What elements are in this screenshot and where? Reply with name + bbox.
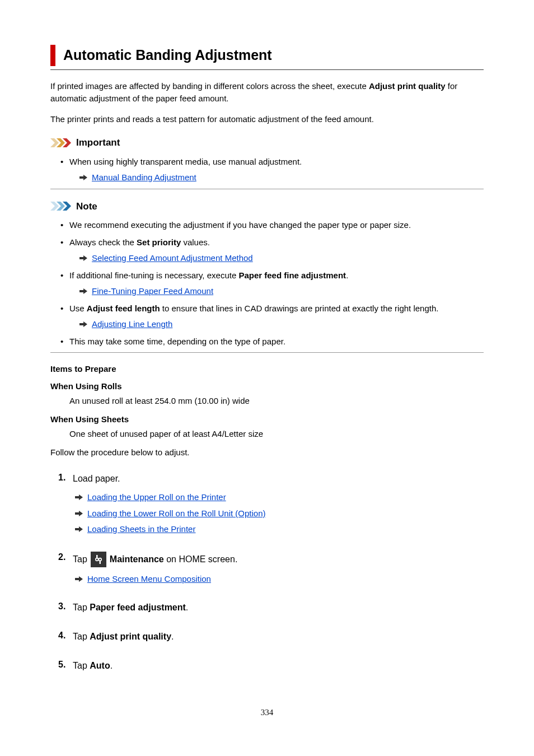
selecting-feed-amount-link[interactable]: Selecting Feed Amount Adjustment Method: [92, 252, 253, 265]
note-header: Note: [50, 199, 484, 214]
text: Tap: [73, 632, 90, 641]
arrow-icon: [79, 288, 87, 295]
text: If printed images are affected by bandin…: [50, 81, 369, 91]
arrow-icon: [79, 174, 87, 181]
step-2-links: Home Screen Menu Composition: [73, 573, 484, 586]
loading-lower-roll-link[interactable]: Loading the Lower Roll on the Roll Unit …: [87, 507, 266, 520]
note-item-4: Use Adjust feed length to ensure that li…: [60, 302, 484, 331]
text-bold: Paper feed adjustment: [90, 603, 186, 612]
svg-marker-3: [50, 202, 59, 211]
page-title: Automatic Banding Adjustment: [63, 45, 484, 66]
step-2-text: Tap Maintenance on HOME screen.: [73, 552, 484, 567]
loading-sheets-link[interactable]: Loading Sheets in the Printer: [87, 523, 195, 536]
step-number: 2.: [58, 550, 65, 564]
text: Tap: [73, 661, 90, 670]
note-item-1: We recommend executing the adjustment if…: [60, 219, 484, 232]
text-bold: Paper feed fine adjustment: [238, 270, 346, 280]
important-list: When using highly transparent media, use…: [60, 156, 484, 184]
title-rule: [50, 69, 484, 70]
note-callout: Note We recommend executing the adjustme…: [50, 199, 484, 353]
step-5-text: Tap Auto.: [73, 661, 113, 670]
text: .: [110, 661, 113, 670]
items-to-prepare-heading: Items to Prepare: [50, 363, 484, 376]
manual-banding-adjustment-link[interactable]: Manual Banding Adjustment: [92, 171, 196, 184]
note-label: Note: [76, 199, 97, 214]
adjusting-line-length-link[interactable]: Adjusting Line Length: [92, 318, 172, 331]
arrow-icon: [79, 321, 87, 328]
text: When using highly transparent media, use…: [69, 157, 302, 166]
step-4-text: Tap Adjust print quality.: [73, 632, 174, 641]
step-number: 5.: [58, 658, 65, 671]
note-item-3: If additional fine-tuning is necessary, …: [60, 269, 484, 298]
arrow-icon: [75, 510, 83, 517]
link-row: Adjusting Line Length: [79, 318, 484, 331]
arrow-icon: [75, 526, 83, 533]
intro-paragraph-1: If printed images are affected by bandin…: [50, 80, 484, 105]
text: on HOME screen.: [164, 554, 238, 564]
step-4: 4. Tap Adjust print quality.: [58, 629, 484, 643]
text-bold: Adjust print quality: [369, 81, 446, 91]
text: .: [346, 270, 348, 280]
arrow-icon: [75, 576, 83, 582]
step-1-text: Load paper.: [73, 474, 120, 483]
step-1: 1. Load paper. Loading the Upper Roll on…: [58, 471, 484, 536]
text-bold: Maintenance: [110, 554, 164, 564]
step-number: 3.: [58, 600, 65, 613]
step-2: 2. Tap Maintenance on HOME screen. Home: [58, 550, 484, 586]
text: .: [186, 603, 188, 612]
when-using-rolls-heading: When Using Rolls: [50, 380, 484, 393]
text-bold: Adjust feed length: [87, 304, 160, 313]
important-rule: [50, 189, 484, 189]
chevrons-icon: [50, 202, 73, 211]
text-bold: Auto: [90, 661, 110, 670]
chevrons-icon: [50, 138, 73, 147]
note-list: We recommend executing the adjustment if…: [60, 219, 484, 348]
important-header: Important: [50, 136, 484, 150]
svg-marker-0: [50, 138, 59, 147]
link-row: Manual Banding Adjustment: [79, 171, 484, 184]
text: If additional fine-tuning is necessary, …: [69, 270, 238, 280]
step-5: 5. Tap Auto.: [58, 658, 484, 673]
step-3: 3. Tap Paper feed adjustment.: [58, 600, 484, 614]
page-number: 334: [50, 706, 484, 719]
title-block: Automatic Banding Adjustment: [50, 45, 484, 66]
arrow-icon: [79, 255, 87, 262]
note-item-5: This may take some time, depending on th…: [60, 335, 484, 348]
step-number: 4.: [58, 629, 65, 642]
text-bold: Set priority: [137, 237, 181, 247]
important-label: Important: [76, 136, 120, 150]
text: Use: [69, 304, 87, 313]
arrow-icon: [75, 494, 83, 501]
link-row: Selecting Feed Amount Adjustment Method: [79, 252, 484, 265]
fine-tuning-paper-feed-link[interactable]: Fine-Tuning Paper Feed Amount: [92, 285, 213, 298]
text: .: [171, 632, 174, 641]
svg-point-7: [96, 558, 99, 561]
link-row: Fine-Tuning Paper Feed Amount: [79, 285, 484, 298]
note-item-2: Always check the Set priority values. Se…: [60, 236, 484, 265]
text: Always check the: [69, 237, 137, 247]
important-item-1: When using highly transparent media, use…: [60, 156, 484, 184]
procedure-steps: 1. Load paper. Loading the Upper Roll on…: [58, 471, 484, 673]
text: values.: [181, 237, 210, 247]
intro-paragraph-2: The printer prints and reads a test patt…: [50, 113, 484, 126]
svg-point-9: [99, 558, 101, 561]
step-1-links: Loading the Upper Roll on the Printer Lo…: [73, 491, 484, 536]
text-bold: Adjust print quality: [90, 632, 171, 641]
note-rule: [50, 352, 484, 353]
follow-procedure-text: Follow the procedure below to adjust.: [50, 446, 484, 459]
home-screen-menu-link[interactable]: Home Screen Menu Composition: [87, 573, 211, 586]
step-number: 1.: [58, 471, 65, 484]
maintenance-icon: [91, 552, 106, 567]
rolls-text: An unused roll at least 254.0 mm (10.00 …: [69, 395, 484, 408]
when-using-sheets-heading: When Using Sheets: [50, 413, 484, 426]
loading-upper-roll-link[interactable]: Loading the Upper Roll on the Printer: [87, 491, 226, 504]
text: Tap: [73, 553, 87, 566]
text: to ensure that lines in CAD drawings are…: [160, 304, 439, 313]
text: Tap: [73, 603, 90, 612]
page-content: Automatic Banding Adjustment If printed …: [0, 0, 534, 741]
sheets-text: One sheet of unused paper of at least A4…: [69, 428, 484, 441]
important-callout: Important When using highly transparent …: [50, 136, 484, 189]
step-3-text: Tap Paper feed adjustment.: [73, 603, 188, 612]
